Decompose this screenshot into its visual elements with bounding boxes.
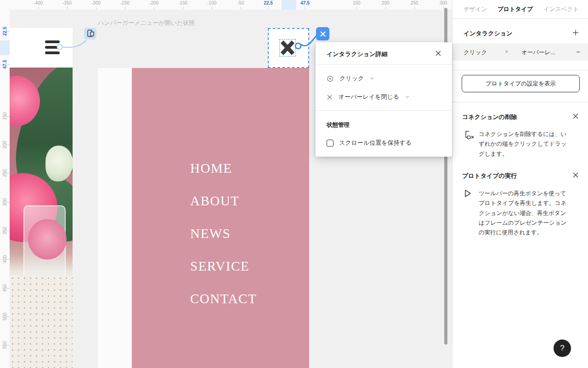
menu-item[interactable]: SERVICE [190, 259, 257, 274]
scroll-position-option[interactable]: スクロール位置を保持する [327, 139, 412, 147]
popup-title: インタラクション詳細 [327, 50, 387, 58]
connection-delete-title: コネクションの削除 [462, 113, 517, 121]
tick-mark [7, 64, 9, 65]
tick-mark [356, 7, 357, 9]
delete-connection-icon [464, 130, 475, 140]
tick-mark [7, 288, 9, 289]
tick-mark [7, 31, 9, 32]
close-x-glyph-icon [280, 40, 295, 56]
tick-mark [305, 7, 305, 9]
checkbox[interactable] [327, 140, 334, 147]
interaction-trigger: クリック [464, 49, 487, 57]
flower-bud-shape [45, 146, 73, 181]
close-overlay-action-icon [327, 94, 333, 100]
state-management-title: 状態管理 [327, 121, 350, 129]
prototype-run-hint: ツールバーの再生ボタンを使ってプロトタイプを再生します。コネクションがない場合、… [479, 189, 583, 238]
tick-mark [183, 7, 183, 9]
menu-item[interactable]: HOME [190, 161, 257, 176]
trigger-dropdown[interactable]: クリック [327, 72, 374, 85]
divider [452, 102, 588, 102]
overlay-menu-panel[interactable]: HOMEABOUTNEWSSERVICECONTACT [132, 68, 309, 368]
close-icon[interactable] [435, 50, 442, 57]
hamburger-icon[interactable] [45, 51, 60, 54]
tick-mark [7, 202, 9, 203]
click-trigger-icon [327, 75, 334, 82]
panel-tab[interactable]: プロトタイプ [498, 6, 533, 13]
close-icon[interactable] [572, 113, 579, 120]
divider [316, 64, 452, 65]
play-icon [464, 189, 471, 198]
close-icon[interactable] [572, 171, 579, 179]
interaction-details-popup: インタラクション詳細 クリック オーバーレイを閉じる 状態管理 [316, 42, 452, 157]
tick-mark [443, 7, 444, 9]
interaction-separator: × [505, 49, 508, 55]
remove-interaction-button[interactable]: − [576, 48, 580, 56]
open-overlay-badge[interactable] [84, 28, 96, 40]
properties-panel: デザインプロトタイプインスペクト インタラクション クリック × オーバーレ..… [452, 0, 588, 368]
interaction-section-title: インタラクション [464, 29, 512, 38]
overlay-icon [86, 29, 95, 38]
lace-doily-shape [10, 275, 73, 368]
tick-mark [212, 7, 212, 9]
help-label: ? [560, 344, 564, 353]
close-icon-selection[interactable] [279, 39, 296, 57]
tick-mark [7, 259, 9, 260]
chevron-down-icon [405, 96, 409, 98]
ruler-selection-highlight [0, 40, 10, 55]
tick-mark [385, 7, 386, 9]
frame-title[interactable]: ハンバーガーメニューが開いた状態 [98, 19, 195, 27]
divider [452, 70, 588, 70]
ruler-top[interactable]: -400 -350 -300 -250 -200 -150 [0, 0, 452, 10]
trigger-label: クリック [339, 74, 364, 83]
tick-mark [7, 116, 9, 117]
close-icon [320, 31, 326, 37]
tick-mark [7, 345, 9, 345]
tick-mark [7, 317, 9, 317]
hamburger-icon[interactable] [45, 46, 60, 49]
interaction-action: オーバーレ... [521, 49, 555, 57]
show-prototype-settings-button[interactable]: プロトタイプの設定を表示 [462, 75, 580, 92]
figma-prototype-workspace: ハンバーガーメニューが開いた状態 HOMEABOUTNEWSSERVICECON… [0, 0, 588, 368]
overlay-menu-list: HOMEABOUTNEWSSERVICECONTACT [190, 161, 257, 306]
connection-delete-hint: コネクションを削除するには、いずれかの端をクリックしてドラッグします。 [479, 130, 583, 159]
tick-mark [241, 7, 241, 9]
ruler-left[interactable]: 22.5 47.5 150 200 250 300 [0, 0, 10, 368]
selected-close-button-frame[interactable] [268, 28, 309, 68]
add-interaction-button[interactable] [572, 29, 579, 36]
interaction-row[interactable]: クリック × オーバーレ... − [452, 43, 588, 61]
tick-mark [414, 7, 415, 9]
ruler-selection-highlight [282, 0, 296, 10]
rose-shape [28, 219, 67, 260]
menu-item[interactable]: CONTACT [190, 291, 257, 306]
panel-tab[interactable]: インスペクト [543, 6, 579, 13]
tick-mark [7, 231, 9, 231]
action-dropdown[interactable]: オーバーレイを閉じる [327, 91, 409, 103]
checkbox-label: スクロール位置を保持する [339, 139, 412, 147]
panel-tab[interactable]: デザイン [464, 6, 487, 13]
menu-item[interactable]: ABOUT [190, 193, 257, 209]
help-button[interactable]: ? [554, 340, 571, 357]
close-overlay-badge[interactable] [316, 27, 329, 40]
frame-closed-header[interactable] [10, 28, 73, 68]
tick-mark [268, 7, 269, 9]
rose-photo[interactable] [10, 68, 73, 368]
tick-mark [96, 7, 96, 9]
panel-tabs: デザインプロトタイプインスペクト [452, 0, 588, 19]
tick-mark [7, 145, 9, 145]
tick-mark [7, 173, 9, 174]
prototype-run-title: プロトタイプの実行 [462, 172, 517, 180]
divider [316, 110, 452, 111]
frame-open-background[interactable] [98, 68, 132, 368]
tick-mark [38, 7, 39, 9]
tick-mark [154, 7, 154, 9]
chevron-down-icon [370, 77, 374, 80]
action-label: オーバーレイを閉じる [339, 93, 399, 101]
tick-mark [125, 7, 125, 9]
tick-mark [67, 7, 68, 9]
hamburger-icon[interactable] [45, 40, 60, 43]
menu-item[interactable]: NEWS [190, 226, 257, 241]
